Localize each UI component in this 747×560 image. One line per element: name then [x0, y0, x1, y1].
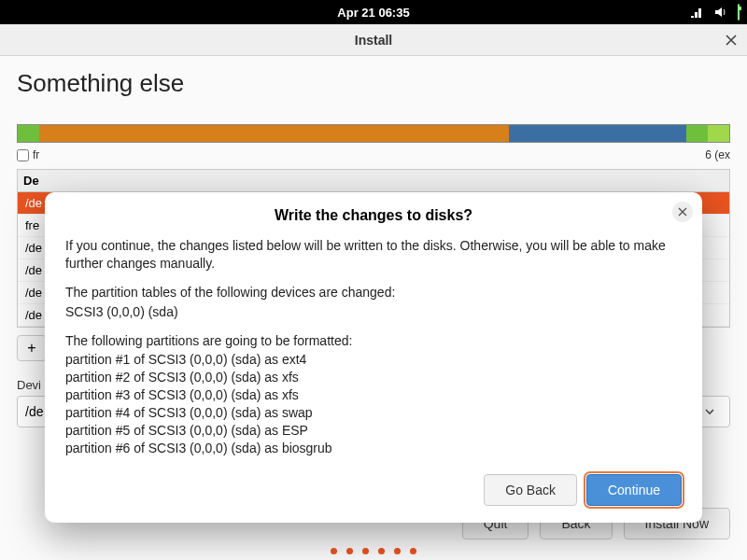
tables-changed-label: The partition tables of the following de… — [65, 284, 682, 301]
formatted-item: partition #4 of SCSI3 (0,0,0) (sda) as s… — [65, 404, 682, 422]
battery-icon[interactable] — [738, 5, 740, 20]
clock: Apr 21 06:35 — [337, 6, 409, 20]
volume-icon[interactable] — [713, 5, 728, 20]
top-menubar: Apr 21 06:35 — [0, 0, 747, 24]
tables-changed-value: SCSI3 (0,0,0) (sda) — [65, 303, 682, 321]
formatted-item: partition #1 of SCSI3 (0,0,0) (sda) as e… — [65, 351, 682, 369]
installer-window: Install Something else fr 6 (ex De /de — [0, 24, 747, 560]
continue-button[interactable]: Continue — [586, 474, 682, 506]
formatted-item: partition #6 of SCSI3 (0,0,0) (sda) as b… — [65, 440, 682, 457]
dialog-close-button[interactable] — [672, 202, 693, 222]
formatted-list: partition #1 of SCSI3 (0,0,0) (sda) as e… — [65, 351, 682, 456]
formatted-label: The following partitions are going to be… — [65, 332, 682, 350]
formatted-item: partition #2 of SCSI3 (0,0,0) (sda) as x… — [65, 369, 682, 386]
dialog-intro: If you continue, the changes listed belo… — [65, 237, 682, 273]
dialog-title: Write the changes to disks? — [65, 207, 682, 224]
dialog-footer: Go Back Continue — [65, 474, 682, 506]
go-back-button[interactable]: Go Back — [484, 474, 577, 506]
network-icon[interactable] — [689, 5, 704, 20]
system-tray — [689, 0, 740, 24]
formatted-item: partition #3 of SCSI3 (0,0,0) (sda) as x… — [65, 386, 682, 404]
formatted-item: partition #5 of SCSI3 (0,0,0) (sda) as E… — [65, 422, 682, 440]
confirm-write-dialog: Write the changes to disks? If you conti… — [45, 192, 702, 523]
